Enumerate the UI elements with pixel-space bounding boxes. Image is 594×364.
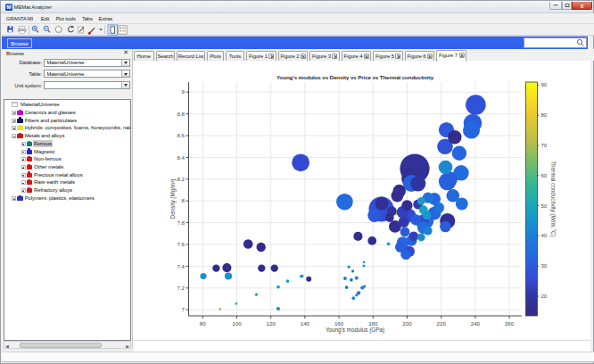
svg-text:260: 260 [505,320,515,327]
svg-text:50: 50 [541,203,548,209]
svg-text:20: 20 [541,294,548,299]
svg-text:9: 9 [182,88,186,95]
svg-text:7.2: 7.2 [177,285,185,291]
svg-text:80: 80 [541,112,548,118]
svg-text:8.6: 8.6 [177,132,185,138]
svg-text:80: 80 [200,320,206,327]
svg-text:7: 7 [182,306,186,312]
svg-text:140: 140 [301,320,310,327]
svg-text:40: 40 [541,233,548,238]
svg-text:220: 220 [437,320,447,327]
svg-text:70: 70 [541,143,548,148]
svg-text:7.8: 7.8 [177,219,185,226]
svg-text:8.4: 8.4 [177,154,185,161]
svg-text:30: 30 [541,263,548,269]
svg-text:240: 240 [471,320,481,327]
svg-text:Density (Mg/m³): Density (Mg/m³) [169,179,177,219]
svg-text:160: 160 [334,320,344,327]
svg-text:8.2: 8.2 [177,176,185,182]
svg-text:Young's modulus vs Density vs: Young's modulus vs Density vs Price vs T… [276,74,434,80]
svg-text:7.4: 7.4 [177,263,185,269]
svg-text:200: 200 [402,320,412,327]
svg-text:Young's modulus (GPa): Young's modulus (GPa) [326,327,384,334]
svg-text:100: 100 [232,320,242,327]
svg-text:8.8: 8.8 [177,111,185,117]
svg-text:8: 8 [182,197,186,203]
svg-text:180: 180 [368,320,378,327]
svg-text:90: 90 [541,82,548,87]
svg-text:Thermal conductivity (W/m.°C): Thermal conductivity (W/m.°C) [549,161,557,236]
svg-text:120: 120 [267,320,276,327]
svg-text:7.6: 7.6 [177,241,185,247]
svg-text:60: 60 [541,173,548,178]
